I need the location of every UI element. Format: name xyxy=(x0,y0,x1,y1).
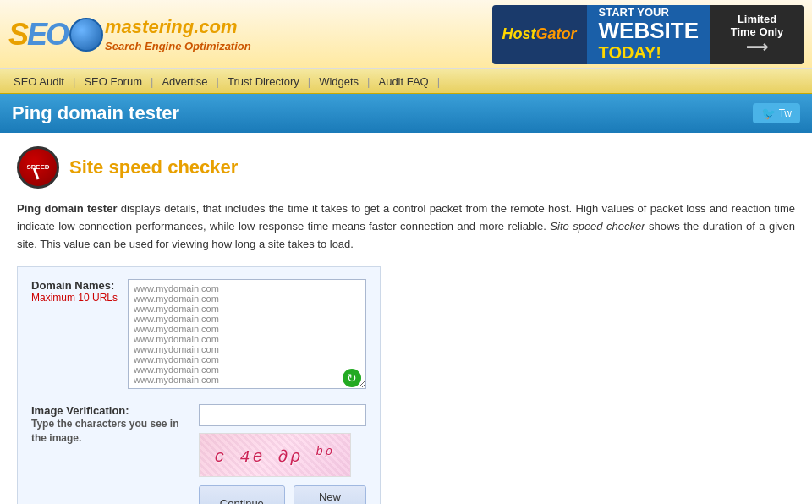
ad-hostgator: HostGator xyxy=(492,19,587,50)
new-image-button[interactable]: New Image xyxy=(294,485,366,504)
nav-link-seo-audit[interactable]: SEO Audit xyxy=(5,75,73,88)
hostgator-logo: HostGator xyxy=(502,25,577,43)
nav-link-trust-directory[interactable]: Trust Directory xyxy=(219,75,308,88)
nav-link-seo-forum[interactable]: SEO Forum xyxy=(75,75,151,88)
speed-icon: SPEED xyxy=(17,146,59,189)
logo-mastering-text: mastering.com xyxy=(105,16,238,37)
page-title: Ping domain tester xyxy=(12,102,179,124)
nav-list: SEO Audit | SEO Forum | Advertise | Trus… xyxy=(0,69,812,93)
nav-item-advertise[interactable]: Advertise xyxy=(153,75,216,88)
ad-text: START YOUR WEBSITE TODAY! xyxy=(587,5,710,64)
twitter-icon: 🐦 xyxy=(761,107,776,120)
nav-item-seo-audit[interactable]: SEO Audit xyxy=(5,75,73,88)
nav-sep-6: | xyxy=(437,75,440,88)
description: Ping domain tester displays details, tha… xyxy=(17,200,795,253)
ad-today: TODAY! xyxy=(599,43,699,62)
ad-limited-line2: Time Only xyxy=(731,25,784,38)
form-area: Domain Names: Maximum 10 URLs www.mydoma… xyxy=(17,266,381,504)
captcha-text: c 4e ∂ρ bρ xyxy=(214,445,335,467)
nav-link-widgets[interactable]: Widgets xyxy=(310,75,367,88)
logo-seo-text: SEO xyxy=(8,17,68,52)
ad-limited-line1: Limited xyxy=(738,13,776,25)
logo-area: SEO mastering.com Search Engine Optimiza… xyxy=(8,16,492,52)
speed-header: SPEED Site speed checker xyxy=(17,146,795,189)
verify-input[interactable] xyxy=(199,404,366,426)
nav-item-widgets[interactable]: Widgets xyxy=(310,75,367,88)
nav-item-trust-directory[interactable]: Trust Directory xyxy=(219,75,308,88)
ad-website: WEBSITE xyxy=(599,19,699,43)
nav-link-audit-faq[interactable]: Audit FAQ xyxy=(370,75,436,88)
captcha-image: c 4e ∂ρ bρ xyxy=(199,433,351,477)
ad-arrow-icon: ⟶ xyxy=(746,38,768,57)
nav-item-audit-faq[interactable]: Audit FAQ xyxy=(370,75,436,88)
button-row: Continue New Image xyxy=(199,485,366,504)
ad-start: START YOUR xyxy=(599,7,699,19)
ad-limited: Limited Time Only ⟶ xyxy=(710,5,804,64)
ad-banner[interactable]: HostGator START YOUR WEBSITE TODAY! Limi… xyxy=(492,5,804,64)
verify-sublabel: Type the characters you see in the image… xyxy=(31,417,189,446)
domain-label: Domain Names: Maximum 10 URLs xyxy=(31,279,118,304)
verify-label: Image Verification: xyxy=(31,404,129,417)
header: SEO mastering.com Search Engine Optimiza… xyxy=(0,0,812,69)
domain-row: Domain Names: Maximum 10 URLs www.mydoma… xyxy=(31,279,366,392)
title-bar: Ping domain tester 🐦 Tw xyxy=(0,94,812,133)
nav-link-advertise[interactable]: Advertise xyxy=(153,75,216,88)
desc-italic: Site speed checker xyxy=(550,220,645,233)
continue-button[interactable]: Continue xyxy=(199,485,285,504)
logo[interactable]: SEO mastering.com Search Engine Optimiza… xyxy=(8,16,251,52)
twitter-button[interactable]: 🐦 Tw xyxy=(753,103,800,123)
navigation: SEO Audit | SEO Forum | Advertise | Trus… xyxy=(0,69,812,94)
section-title: Site speed checker xyxy=(69,156,238,178)
logo-text-group: mastering.com Search Engine Optimization xyxy=(105,16,251,52)
desc-bold: Ping domain tester xyxy=(17,202,117,215)
domain-label-text: Domain Names: xyxy=(31,279,114,292)
nav-item-seo-forum[interactable]: SEO Forum xyxy=(75,75,151,88)
tagline: Search Engine Optimization xyxy=(105,40,251,52)
verify-label-group: Image Verification: Type the characters … xyxy=(31,404,189,446)
domain-textarea-wrapper: www.mydomain.com www.mydomain.com www.my… xyxy=(128,279,366,392)
twitter-label: Tw xyxy=(779,107,792,119)
main-content: SPEED Site speed checker Ping domain tes… xyxy=(0,133,812,504)
domain-textarea[interactable]: www.mydomain.com www.mydomain.com www.my… xyxy=(128,279,366,389)
verify-input-group: c 4e ∂ρ bρ Continue New Image xyxy=(199,404,366,504)
logo-globe-icon xyxy=(69,18,103,52)
verify-row: Image Verification: Type the characters … xyxy=(31,404,366,504)
domain-sublabel: Maximum 10 URLs xyxy=(31,292,118,304)
speed-icon-text: SPEED xyxy=(26,164,49,172)
